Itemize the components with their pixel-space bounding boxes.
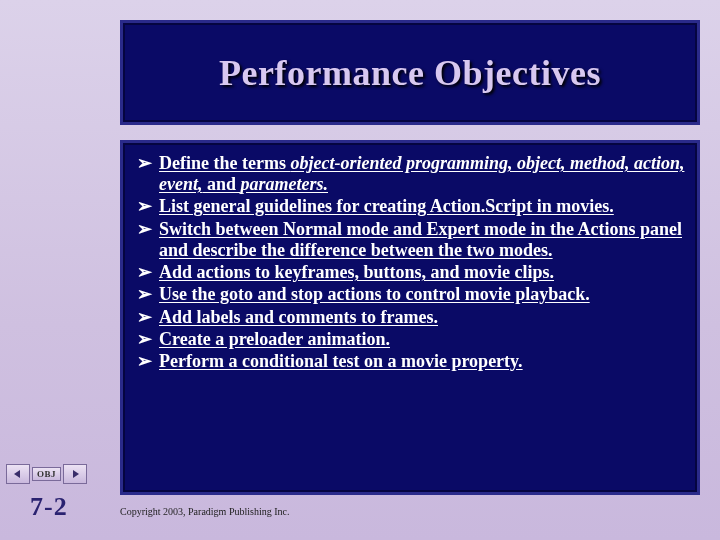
objectives-list: ➢Define the terms object-oriented progra… [131,153,687,372]
chevron-right-icon: ➢ [131,351,159,372]
copyright-text: Copyright 2003, Paradigm Publishing Inc. [120,506,289,517]
prev-button[interactable] [6,464,30,484]
objective-text: Add labels and comments to frames. [159,307,687,328]
objective-item: ➢List general guidelines for creating Ac… [131,196,687,217]
objective-item: ➢Add actions to keyframes, buttons, and … [131,262,687,283]
objective-item: ➢Use the goto and stop actions to contro… [131,284,687,305]
objective-text: List general guidelines for creating Act… [159,196,687,217]
content-box: ➢Define the terms object-oriented progra… [120,140,700,495]
chevron-right-icon: ➢ [131,307,159,328]
objective-text: Use the goto and stop actions to control… [159,284,687,305]
objective-item: ➢Add labels and comments to frames. [131,307,687,328]
objective-item: ➢Create a preloader animation. [131,329,687,350]
arrow-left-icon [13,469,23,479]
title-box: Performance Objectives [120,20,700,125]
objective-item: ➢Switch between Normal mode and Expert m… [131,219,687,261]
svg-marker-1 [73,470,79,478]
arrow-right-icon [70,469,80,479]
chevron-right-icon: ➢ [131,196,159,217]
slide-title: Performance Objectives [219,52,601,94]
nav-controls: OBJ [6,464,87,484]
obj-label: OBJ [32,467,61,481]
objective-item: ➢Perform a conditional test on a movie p… [131,351,687,372]
objective-text: Add actions to keyframes, buttons, and m… [159,262,687,283]
objective-item: ➢Define the terms object-oriented progra… [131,153,687,195]
next-button[interactable] [63,464,87,484]
svg-marker-0 [14,470,20,478]
objective-text: Create a preloader animation. [159,329,687,350]
objective-text: Switch between Normal mode and Expert mo… [159,219,687,261]
objective-text: Perform a conditional test on a movie pr… [159,351,687,372]
chevron-right-icon: ➢ [131,262,159,283]
chevron-right-icon: ➢ [131,153,159,174]
objective-text: Define the terms object-oriented program… [159,153,687,195]
chevron-right-icon: ➢ [131,329,159,350]
slide: Performance Objectives ➢Define the terms… [0,0,720,540]
page-number: 7-2 [30,492,68,522]
chevron-right-icon: ➢ [131,284,159,305]
chevron-right-icon: ➢ [131,219,159,240]
